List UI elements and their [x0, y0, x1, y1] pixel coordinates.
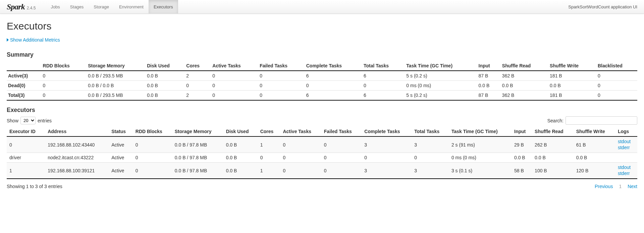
- exec-cell: 0: [321, 136, 362, 153]
- exec-col-header[interactable]: Failed Tasks: [321, 127, 362, 136]
- summary-table: RDD BlocksStorage MemoryDisk UsedCoresAc…: [7, 61, 637, 101]
- exec-cell: 0: [321, 163, 362, 179]
- paginate-next[interactable]: Next: [628, 184, 637, 189]
- summary-cell: 0.0 B: [499, 81, 547, 91]
- exec-col-header[interactable]: Disk Used: [223, 127, 258, 136]
- summary-cell: 0.0 B: [144, 71, 183, 81]
- log-link-stdout[interactable]: stdout: [618, 139, 635, 145]
- summary-row-label: Active(3): [7, 71, 40, 81]
- exec-col-header[interactable]: Shuffle Write: [574, 127, 615, 136]
- summary-cell: 0: [40, 81, 86, 91]
- exec-cell: 0.0 B: [574, 153, 615, 163]
- app-title: SparkSortWordCount application UI: [568, 4, 637, 9]
- nav-tab-executors[interactable]: Executors: [149, 0, 178, 13]
- exec-cell: 0 ms (0 ms): [449, 153, 512, 163]
- summary-col-header: Disk Used: [144, 61, 183, 71]
- summary-cell: 0: [40, 91, 86, 101]
- datatable-top: Show 20 entries Search:: [7, 116, 637, 125]
- exec-cell: 0.0 B / 97.8 MB: [172, 136, 223, 153]
- exec-col-header[interactable]: Shuffle Read: [532, 127, 574, 136]
- entries-label: entries: [38, 118, 52, 123]
- summary-col-header: Storage Memory: [85, 61, 144, 71]
- show-additional-metrics-toggle[interactable]: Show Additional Metrics: [7, 37, 60, 43]
- summary-row: Dead(0)00.0 B / 0.0 B0.0 B000000 ms (0 m…: [7, 81, 637, 91]
- exec-col-header[interactable]: Executor ID: [7, 127, 45, 136]
- summary-col-header: Complete Tasks: [304, 61, 361, 71]
- summary-cell: 0.0 B / 293.5 MB: [85, 91, 144, 101]
- summary-cell: 6: [304, 91, 361, 101]
- exec-cell: 0: [362, 153, 412, 163]
- summary-cell: 0.0 B: [144, 91, 183, 101]
- log-link-stderr[interactable]: stderr: [618, 145, 635, 151]
- caret-right-icon: [7, 38, 9, 42]
- summary-cell: 0: [595, 71, 637, 81]
- brand: Spark 2.4.5: [7, 2, 36, 11]
- exec-cell: 1: [258, 136, 280, 153]
- exec-cell: 61 B: [574, 136, 615, 153]
- exec-col-header[interactable]: RDD Blocks: [133, 127, 172, 136]
- summary-col-header: Shuffle Write: [547, 61, 595, 71]
- exec-cell: 0: [280, 163, 321, 179]
- exec-col-header[interactable]: Logs: [615, 127, 637, 136]
- exec-col-header[interactable]: Active Tasks: [280, 127, 321, 136]
- summary-cell: 0.0 B: [476, 81, 499, 91]
- summary-cell: 362 B: [499, 91, 547, 101]
- exec-cell: node2.itcast.cn:43222: [45, 153, 109, 163]
- nav-tab-jobs[interactable]: Jobs: [46, 0, 65, 13]
- exec-logs-cell: stdoutstderr: [615, 136, 637, 153]
- summary-cell: 87 B: [476, 91, 499, 101]
- summary-row: Total(3)00.0 B / 293.5 MB0.0 B200665 s (…: [7, 91, 637, 101]
- exec-cell: Active: [109, 153, 133, 163]
- exec-col-header[interactable]: Task Time (GC Time): [449, 127, 512, 136]
- exec-col-header[interactable]: Total Tasks: [412, 127, 449, 136]
- summary-cell: 0.0 B / 0.0 B: [85, 81, 144, 91]
- exec-cell: 0: [321, 153, 362, 163]
- log-link-stderr[interactable]: stderr: [618, 171, 635, 177]
- navbar: Spark 2.4.5 JobsStagesStorageEnvironment…: [0, 0, 644, 14]
- exec-cell: 0: [133, 136, 172, 153]
- table-row: drivernode2.itcast.cn:43222Active00.0 B …: [7, 153, 637, 163]
- exec-cell: 3: [362, 136, 412, 153]
- exec-cell: 0.0 B / 97.8 MB: [172, 153, 223, 163]
- summary-cell: 5 s (0.2 s): [404, 71, 476, 81]
- search-input[interactable]: [566, 116, 637, 125]
- log-link-stdout[interactable]: stdout: [618, 165, 635, 171]
- executors-table: Executor IDAddressStatusRDD BlocksStorag…: [7, 127, 637, 179]
- summary-col-header: Shuffle Read: [499, 61, 547, 71]
- summary-cell: 0: [304, 81, 361, 91]
- paginate-previous[interactable]: Previous: [595, 184, 613, 189]
- exec-cell: 3: [412, 136, 449, 153]
- summary-cell: 0.0 B: [547, 81, 595, 91]
- summary-row: Active(3)00.0 B / 293.5 MB0.0 B200665 s …: [7, 71, 637, 81]
- nav-tab-environment[interactable]: Environment: [114, 0, 149, 13]
- page-title: Executors: [7, 20, 637, 32]
- summary-cell: 0: [40, 71, 86, 81]
- summary-col-header: Cores: [183, 61, 210, 71]
- exec-col-header[interactable]: Status: [109, 127, 133, 136]
- summary-col-header: Failed Tasks: [257, 61, 304, 71]
- exec-cell: 3 s (0.1 s): [449, 163, 512, 179]
- exec-col-header[interactable]: Cores: [258, 127, 280, 136]
- exec-cell: Active: [109, 136, 133, 153]
- exec-cell: 192.168.88.102:43440: [45, 136, 109, 153]
- summary-row-label: Dead(0): [7, 81, 40, 91]
- nav-tabs: JobsStagesStorageEnvironmentExecutors: [46, 0, 178, 13]
- summary-cell: 0: [257, 71, 304, 81]
- exec-col-header[interactable]: Storage Memory: [172, 127, 223, 136]
- table-info: Showing 1 to 3 of 3 entries: [7, 184, 62, 189]
- exec-col-header[interactable]: Complete Tasks: [362, 127, 412, 136]
- summary-cell: 5 s (0.2 s): [404, 91, 476, 101]
- exec-col-header[interactable]: Address: [45, 127, 109, 136]
- exec-col-header[interactable]: Input: [512, 127, 532, 136]
- page-size-select[interactable]: 20: [20, 117, 36, 124]
- nav-tab-storage[interactable]: Storage: [89, 0, 114, 13]
- exec-cell: 192.168.88.100:39121: [45, 163, 109, 179]
- exec-cell: 0: [280, 153, 321, 163]
- summary-cell: 0.0 B / 293.5 MB: [85, 71, 144, 81]
- nav-tab-stages[interactable]: Stages: [65, 0, 89, 13]
- summary-cell: 0: [361, 81, 404, 91]
- exec-cell: 0.0 B: [532, 153, 574, 163]
- summary-col-header: Blacklisted: [595, 61, 637, 71]
- summary-cell: 181 B: [547, 71, 595, 81]
- executors-heading: Executors: [7, 107, 637, 114]
